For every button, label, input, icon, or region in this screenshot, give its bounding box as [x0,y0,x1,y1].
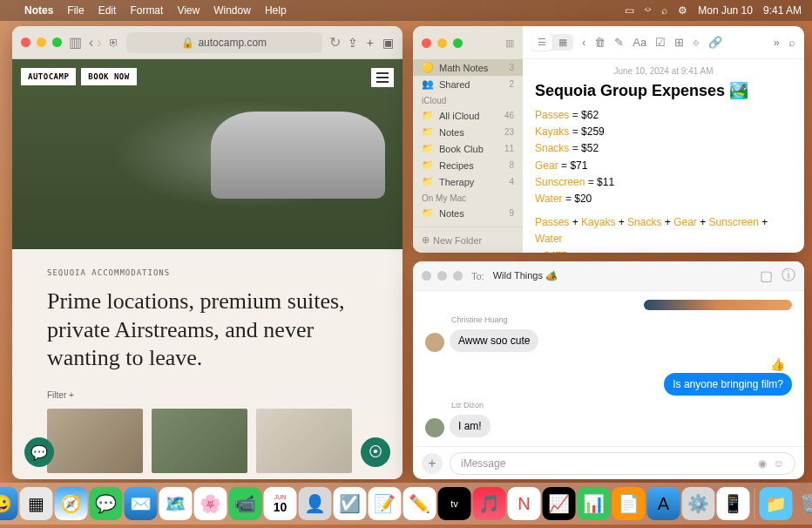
back-button[interactable]: ‹ [89,35,93,51]
message-input[interactable]: iMessage ◉ ☺ [450,452,795,475]
dock-downloads[interactable]: 📁 [760,487,793,520]
share-icon[interactable]: ⇪ [348,36,358,50]
info-icon[interactable]: ⓘ [782,267,795,285]
media-icon[interactable]: ⟐ [693,36,700,49]
dock-mail[interactable]: ✉️ [125,487,158,520]
message-thread[interactable]: Christine Huang Awww soo cute 👍 Is anyon… [413,291,804,446]
app-menu[interactable]: Notes [24,4,53,17]
listing-thumb[interactable] [256,409,352,473]
fullscreen-button[interactable] [52,37,62,47]
hamburger-menu[interactable] [371,68,394,87]
book-now-button[interactable]: BOOK NOW [81,68,136,85]
menu-format[interactable]: Format [130,4,163,17]
sidebar-toggle-icon[interactable]: ▥ [69,34,82,51]
dock-facetime[interactable]: 📹 [229,487,262,520]
dock-contacts[interactable]: 👤 [299,487,332,520]
forward-button[interactable]: › [97,35,101,51]
close-button[interactable] [422,271,431,281]
minimize-button[interactable] [437,271,447,281]
dock-stocks[interactable]: 📈 [543,487,576,520]
dock-calendar[interactable]: JUN10 [264,487,297,520]
fullscreen-button[interactable] [453,271,463,281]
recipient[interactable]: Wild Things 🏕️ [493,270,558,281]
avatar[interactable] [425,418,444,437]
sidebar-item-local-notes[interactable]: 📁Notes9 [413,205,523,221]
link-icon[interactable]: 🔗 [708,36,722,49]
menu-edit[interactable]: Edit [98,4,117,17]
trash-icon[interactable]: 🗑 [594,36,606,49]
dock-appstore[interactable]: A [647,487,680,520]
back-icon[interactable]: ‹ [582,36,585,49]
dock-trash[interactable]: 🗑️ [795,487,813,520]
wifi-icon[interactable]: ⌔ [645,4,651,17]
minimize-button[interactable] [437,38,447,48]
dock-launchpad[interactable]: ▦ [20,487,53,520]
avatar[interactable] [425,333,444,352]
audio-icon[interactable]: ◉ [758,457,767,470]
facetime-icon[interactable]: ▢ [760,267,773,284]
grid-view-icon[interactable]: ▦ [552,34,573,51]
emoji-icon[interactable]: ☺ [774,457,784,470]
shield-icon[interactable]: ⛨ [109,37,119,49]
control-center-icon[interactable]: ⚙ [678,4,687,17]
more-icon[interactable]: » [774,36,780,49]
tabs-icon[interactable]: ▣ [382,36,394,50]
dock-reminders[interactable]: ☑️ [334,487,367,520]
dock-pages[interactable]: 📄 [612,487,646,520]
tapback-reaction[interactable]: 👍 [770,357,785,371]
dock-tv[interactable]: tv [438,487,471,520]
filter-button[interactable]: Filter + [47,390,368,400]
new-folder-button[interactable]: ⊕New Folder [413,227,523,253]
dock-settings[interactable]: ⚙️ [682,487,715,520]
sidebar-item-allicloud[interactable]: 📁All iCloud46 [413,107,523,124]
dock-finder[interactable]: 😀 [0,487,18,520]
dock-maps[interactable]: 🗺️ [159,487,193,520]
minimize-button[interactable] [37,37,46,47]
note-editor[interactable]: June 10, 2024 at 9:41 AM Sequoia Group E… [523,59,804,253]
listing-thumb[interactable] [152,409,247,473]
sidebar-item-notes[interactable]: 📁Notes23 [413,124,523,140]
menubar-time[interactable]: 9:41 AM [763,4,802,17]
close-button[interactable] [422,38,431,48]
sidebar-item-mathnotes[interactable]: 🟡Math Notes 3 [413,59,523,76]
menu-view[interactable]: View [177,4,200,17]
spotlight-icon[interactable]: ⌕ [661,4,667,17]
format-icon[interactable]: Aa [633,36,646,49]
menu-help[interactable]: Help [265,4,287,17]
table-icon[interactable]: ⊞ [674,36,684,49]
menubar-date[interactable]: Mon Jun 10 [698,4,753,17]
checklist-icon[interactable]: ☑ [655,36,666,49]
dock-photos[interactable]: 🌸 [194,487,227,520]
accessibility-fab[interactable]: ⦿ [361,437,390,467]
dock-phone-mirror[interactable]: 📱 [717,487,750,520]
compose-icon[interactable]: ✎ [614,36,624,49]
new-tab-icon[interactable]: + [367,36,374,50]
incoming-message[interactable]: I am! [450,415,491,437]
close-button[interactable] [21,37,30,47]
dock-notes[interactable]: 📝 [369,487,402,520]
reload-icon[interactable]: ↻ [329,34,341,51]
dock-numbers[interactable]: 📊 [578,487,611,520]
menu-window[interactable]: Window [213,4,251,17]
sidebar-item-recipes[interactable]: 📁Recipes8 [413,157,523,173]
listing-thumb[interactable] [47,409,143,473]
site-logo[interactable]: AUTOCAMP [21,68,76,85]
search-icon[interactable]: ⌕ [788,36,795,49]
sidebar-item-shared[interactable]: 👥Shared 2 [413,76,523,92]
battery-icon[interactable]: ▭ [625,4,634,17]
dock-freeform[interactable]: ✏️ [403,487,436,520]
dock-messages[interactable]: 💬 [90,487,123,520]
incoming-message[interactable]: Awww soo cute [450,329,538,352]
list-view-icon[interactable]: ☰ [531,34,552,51]
apps-button[interactable]: + [422,453,443,474]
message-image[interactable] [644,300,792,310]
outgoing-message[interactable]: Is anyone bringing film? [664,373,792,396]
dock-safari[interactable]: 🧭 [55,487,88,520]
sidebar-toggle-icon[interactable]: ▥ [505,37,514,49]
fullscreen-button[interactable] [453,38,463,48]
chat-fab[interactable]: 💬 [24,437,54,467]
address-bar[interactable]: 🔒 autocamp.com [126,32,322,53]
menu-file[interactable]: File [67,4,84,17]
dock-music[interactable]: 🎵 [473,487,506,520]
sidebar-item-bookclub[interactable]: 📁Book Club11 [413,140,523,157]
